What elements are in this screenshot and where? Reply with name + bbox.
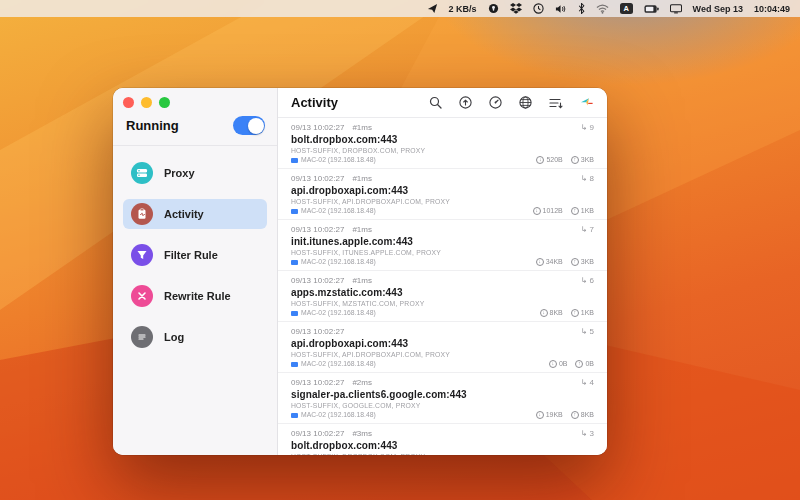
volume-icon[interactable] — [555, 3, 567, 15]
sidebar-item-filter-rule[interactable]: Filter Rule — [123, 240, 267, 270]
row-stats: ↓0B ↑0B — [549, 359, 594, 369]
download-stat: ↓34KB — [536, 257, 563, 267]
zoom-button[interactable] — [159, 97, 170, 108]
upload-stat: ↑1KB — [571, 206, 594, 216]
row-replies: ↳ 7 — [581, 224, 594, 235]
row-duration: #1ms — [352, 275, 372, 286]
download-stat: ↓8KB — [540, 308, 563, 318]
row-device: MAC-02 (192.168.18.48) — [301, 410, 376, 420]
row-timestamp: 09/13 10:02:27 — [291, 377, 344, 388]
desktop: 2 KB/s A Wed Sep 13 10:04:49 — [0, 0, 800, 500]
menu-bar-date[interactable]: Wed Sep 13 — [693, 4, 743, 14]
sidebar-item-activity[interactable]: Activity — [123, 199, 267, 229]
row-rule: HOST-SUFFIX, API.DROPBOXAPI.COM, PROXY — [291, 350, 594, 359]
row-hostname: bolt.dropbox.com:443 — [291, 439, 594, 452]
row-meta: 09/13 10:02:27 #3ms ↳ 3 — [291, 428, 594, 439]
sidebar-item-rewrite-rule[interactable]: Rewrite Rule — [123, 281, 267, 311]
row-stats: ↓8KB ↑1KB — [540, 308, 594, 318]
menu-bar-time[interactable]: 10:04:49 — [754, 4, 790, 14]
row-timestamp: 09/13 10:02:27 — [291, 122, 344, 133]
x-icon — [131, 285, 153, 307]
row-hostname: signaler-pa.clients6.google.com:443 — [291, 388, 594, 401]
onepassword-icon[interactable] — [488, 3, 499, 15]
row-stats: ↓1012B ↑1KB — [533, 206, 594, 216]
minimize-button[interactable] — [141, 97, 152, 108]
activity-row[interactable]: 09/13 10:02:27 #1ms ↳ 6 apps.mzstatic.co… — [278, 271, 607, 322]
sidebar-item-log[interactable]: Log — [123, 322, 267, 352]
row-device-line: MAC-02 (192.168.18.48) ↓520B ↑3KB — [291, 155, 594, 165]
sidebar-item-label: Proxy — [164, 167, 195, 179]
row-stats: ↓520B ↑3KB — [536, 155, 594, 165]
row-duration: #1ms — [352, 224, 372, 235]
download-icon: ↓ — [536, 411, 544, 419]
row-timestamp: 09/13 10:02:27 — [291, 173, 344, 184]
row-replies: ↳ 6 — [581, 275, 594, 286]
activity-row[interactable]: 09/13 10:02:27 #1ms ↳ 9 bolt.dropbox.com… — [278, 118, 607, 169]
activity-row[interactable]: 09/13 10:02:27 ↳ 5 api.dropboxapi.com:44… — [278, 322, 607, 373]
display-icon[interactable] — [670, 3, 682, 15]
row-timestamp: 09/13 10:02:27 — [291, 428, 344, 439]
row-meta: 09/13 10:02:27 #1ms ↳ 6 — [291, 275, 594, 286]
clipboard-icon — [131, 203, 153, 225]
bluetooth-icon[interactable] — [578, 3, 585, 15]
row-timestamp: 09/13 10:02:27 — [291, 326, 344, 337]
network-speed[interactable]: 2 KB/s — [449, 4, 477, 14]
traffic-lights — [113, 88, 277, 108]
input-source-badge[interactable]: A — [620, 3, 633, 14]
row-device: MAC-02 (192.168.18.48) — [301, 155, 376, 165]
close-button[interactable] — [123, 97, 134, 108]
upload-circle-icon[interactable] — [459, 96, 472, 109]
row-device-line: MAC-02 (192.168.18.48) ↓19KB ↑8KB — [291, 410, 594, 420]
download-stat: ↓19KB — [536, 410, 563, 420]
app-window: Running Proxy Activity — [113, 88, 607, 455]
activity-row[interactable]: 09/13 10:02:27 #3ms ↳ 3 bolt.dropbox.com… — [278, 424, 607, 455]
upload-stat: ↑1KB — [571, 308, 594, 318]
row-device-line: MAC-02 (192.168.18.48) ↓1012B ↑1KB — [291, 206, 594, 216]
dropbox-icon[interactable] — [510, 3, 522, 15]
activity-row[interactable]: 09/13 10:02:27 #2ms ↳ 4 signaler-pa.clie… — [278, 373, 607, 424]
device-icon — [291, 362, 298, 367]
upload-icon: ↑ — [571, 207, 579, 215]
download-stat: ↓1012B — [533, 206, 563, 216]
upload-icon: ↑ — [575, 360, 583, 368]
app-paper-plane-icon[interactable] — [580, 96, 594, 109]
device-icon — [291, 158, 298, 163]
row-device: MAC-02 (192.168.18.48) — [301, 206, 376, 216]
paper-plane-icon[interactable] — [427, 3, 438, 15]
row-meta: 09/13 10:02:27 #2ms ↳ 4 — [291, 377, 594, 388]
running-toggle[interactable] — [233, 116, 265, 135]
download-icon: ↓ — [549, 360, 557, 368]
funnel-icon — [131, 244, 153, 266]
row-replies: ↳ 8 — [581, 173, 594, 184]
row-hostname: api.dropboxapi.com:443 — [291, 184, 594, 197]
activity-row[interactable]: 09/13 10:02:27 #1ms ↳ 8 api.dropboxapi.c… — [278, 169, 607, 220]
wifi-icon[interactable] — [596, 3, 609, 15]
row-hostname: bolt.dropbox.com:443 — [291, 133, 594, 146]
upload-icon: ↑ — [571, 309, 579, 317]
download-icon: ↓ — [536, 258, 544, 266]
row-rule: HOST-SUFFIX, DROPBOX.COM, PROXY — [291, 452, 594, 455]
device-icon — [291, 209, 298, 214]
gauge-icon[interactable] — [489, 96, 502, 109]
row-stats: ↓34KB ↑3KB — [536, 257, 594, 267]
clock-icon[interactable] — [533, 3, 544, 15]
row-timestamp: 09/13 10:02:27 — [291, 275, 344, 286]
globe-icon[interactable] — [519, 96, 532, 109]
row-device: MAC-02 (192.168.18.48) — [301, 359, 376, 369]
device-icon — [291, 260, 298, 265]
sidebar-item-label: Rewrite Rule — [164, 290, 231, 302]
row-hostname: init.itunes.apple.com:443 — [291, 235, 594, 248]
row-duration: #1ms — [352, 173, 372, 184]
activity-row[interactable]: 09/13 10:02:27 #1ms ↳ 7 init.itunes.appl… — [278, 220, 607, 271]
row-meta: 09/13 10:02:27 #1ms ↳ 9 — [291, 122, 594, 133]
device-icon — [291, 413, 298, 418]
upload-stat: ↑3KB — [571, 257, 594, 267]
page-title: Activity — [291, 95, 338, 110]
battery-icon[interactable] — [644, 3, 659, 15]
row-rule: HOST-SUFFIX, MZSTATIC.COM, PROXY — [291, 299, 594, 308]
search-icon[interactable] — [429, 96, 442, 109]
sort-lines-icon[interactable] — [549, 97, 563, 109]
upload-stat: ↑0B — [575, 359, 594, 369]
sidebar-item-proxy[interactable]: Proxy — [123, 158, 267, 188]
row-hostname: apps.mzstatic.com:443 — [291, 286, 594, 299]
